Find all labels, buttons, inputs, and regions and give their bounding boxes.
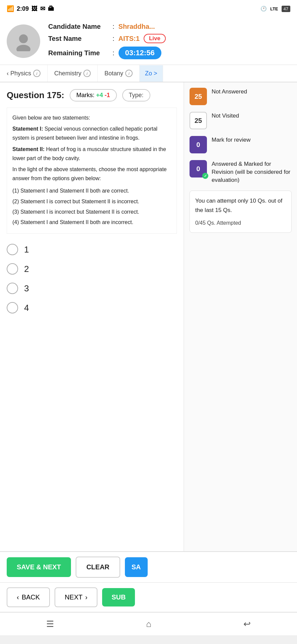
question-text: Given below are two statements: Statemen… [7,108,177,234]
signal-icon: 📶 [7,5,14,12]
radio-2[interactable] [7,263,18,275]
tab-chemistry[interactable]: Chemistry i [48,65,98,82]
answer-option-1[interactable]: 1 [7,244,177,255]
type-label: Type: [129,92,144,98]
lte-icon: LTE [270,6,278,11]
question-header: Question 175: Marks: +4 -1 Type: [7,89,177,101]
statement-2: Statement II: Heart of frog is a muscula… [12,145,171,163]
type-badge: Type: [122,89,150,101]
answered-marked-badge: 0 ✓ [190,160,207,177]
test-value: AITS:1 [119,35,140,43]
check-overlay: ✓ [202,173,208,179]
back-label: BACK [22,593,40,601]
time-label: Remaining Time [48,49,108,57]
q-option-2: (2) Statement I is correct but Statement… [12,197,171,206]
header-info: Candidate Name : Shraddha... Test Name :… [48,23,166,59]
mark-review-badge: 0 [190,136,207,153]
not-answered-label: Not Answered [212,88,247,96]
instruction: In the light of the above statements, ch… [12,165,171,183]
attempt-info: You can attempt only 10 Qs. out of the l… [190,191,292,233]
avatar-icon [13,31,33,51]
status-answered-marked: 0 ✓ Answered & Marked for Revision (will… [190,160,292,184]
marks-label: Marks: [76,92,96,98]
not-visited-count: 25 [195,117,202,125]
candidate-row: Candidate Name : Shraddha... [48,23,166,30]
home-icon[interactable]: ⌂ [146,619,151,629]
status-mark-review: 0 Mark for review [190,136,292,153]
option-label-2: 2 [24,264,29,274]
back-nav-icon[interactable]: ↩ [243,619,251,629]
back-button[interactable]: ‹ BACK [7,587,50,607]
tabs-bar[interactable]: ‹ Physics i Chemistry i Botany i Zo > [0,65,297,82]
question-body: Given below are two statements: [12,113,171,122]
test-label: Test Name [48,35,108,43]
radio-4[interactable] [7,302,18,313]
time-display: 2:09 [17,5,29,12]
nav-buttons: ‹ BACK NEXT › SUB [0,582,297,612]
save-button[interactable]: SA [125,557,148,577]
avatar [7,24,40,58]
option-label-1: 1 [24,244,29,255]
not-visited-badge: 25 [190,112,207,129]
question-panel: Question 175: Marks: +4 -1 Type: Given b… [0,82,184,551]
footer-buttons: SAVE & NEXT CLEAR SA [0,551,297,582]
answer-options: 1 2 3 4 [7,244,177,313]
answered-marked-label: Answered & Marked for Revision (will be … [212,160,292,184]
time-row: Remaining Time : 03:12:56 [48,47,166,59]
status-not-answered: 25 Not Answered [190,88,292,105]
tab-physics-label: ‹ Physics [7,70,31,77]
marks-negative: -1 [105,92,110,98]
save-next-button[interactable]: SAVE & NEXT [7,557,71,577]
q-option-1: (1) Statement I and Statement II both ar… [12,186,171,195]
status-not-visited: 25 Not Visited [190,112,292,129]
clear-button[interactable]: CLEAR [76,557,120,578]
candidate-label: Candidate Name [48,23,108,30]
tab-more[interactable]: Zo > [140,65,163,82]
answer-option-2[interactable]: 2 [7,263,177,275]
attempt-info-text: You can attempt only 10 Qs. out of the l… [195,198,282,213]
q-option-3: (3) Statement I is incorrect but Stateme… [12,207,171,216]
tab-botany-label: Botany [104,70,123,77]
mark-review-label: Mark for review [212,136,250,144]
tab-chemistry-label: Chemistry [54,70,81,77]
option-label-4: 4 [24,303,29,313]
option-label-3: 3 [24,283,29,294]
menu-icon[interactable]: ☰ [46,619,54,629]
bottom-nav: ☰ ⌂ ↩ [0,612,297,635]
radio-3[interactable] [7,283,18,294]
radio-1[interactable] [7,244,18,255]
status-left: 📶 2:09 🖼 ✉ 🏔 [7,5,54,12]
candidate-value: Shraddha... [119,23,155,30]
botany-info-icon[interactable]: i [125,70,133,77]
mark-review-count: 0 [196,141,200,149]
answer-option-4[interactable]: 4 [7,302,177,313]
next-button[interactable]: NEXT › [55,587,97,607]
attempt-count: 0/45 Qs. Attempted [195,219,286,227]
chemistry-info-icon[interactable]: i [83,70,91,77]
main-content: Question 175: Marks: +4 -1 Type: Given b… [0,82,297,551]
not-visited-label: Not Visited [212,112,239,120]
answer-option-3[interactable]: 3 [7,283,177,294]
extra-icon: 🏔 [48,5,54,12]
header: Candidate Name : Shraddha... Test Name :… [0,17,297,65]
tab-botany[interactable]: Botany i [98,65,140,82]
not-answered-count: 25 [195,93,202,100]
physics-info-icon[interactable]: i [33,70,41,77]
question-options: (1) Statement I and Statement II both ar… [12,186,171,227]
next-label: NEXT [65,593,82,601]
statement-1: Statement I: Special venous connection c… [12,124,171,142]
q-option-4: (4) Statement I and Statement II both ar… [12,218,171,227]
next-chevron-icon: › [85,593,87,601]
clock-icon: 🕐 [261,6,267,12]
not-answered-badge: 25 [190,88,207,105]
submit-button[interactable]: SUB [102,588,135,606]
tab-physics[interactable]: ‹ Physics i [0,65,48,82]
marks-badge: Marks: +4 -1 [70,89,117,101]
timer-value: 03:12:56 [119,47,161,59]
photo-icon: 🖼 [31,5,38,12]
answered-marked-count: 0 [196,165,200,173]
test-row: Test Name : AITS:1 Live [48,34,166,43]
status-panel: 25 Not Answered 25 Not Visited 0 Mark fo… [184,82,297,551]
back-chevron-icon: ‹ [17,593,19,601]
mail-icon: ✉ [40,5,45,12]
